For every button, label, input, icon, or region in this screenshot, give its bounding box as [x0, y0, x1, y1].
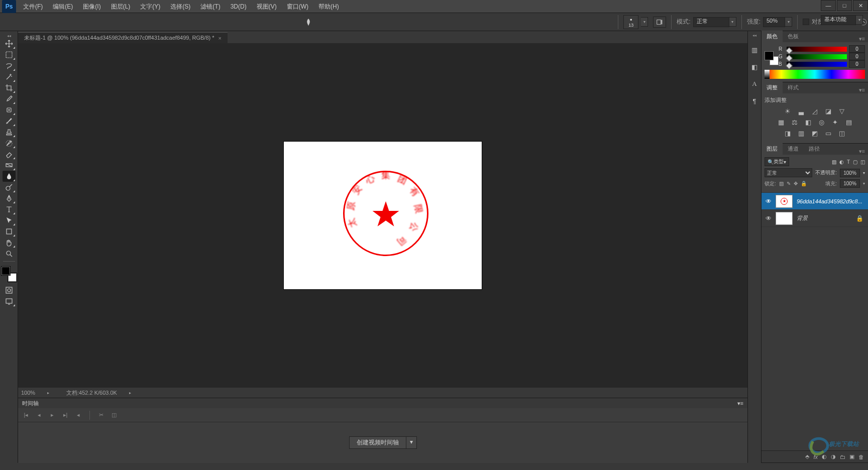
mode-select[interactable]: 正常	[693, 17, 729, 27]
filter-pixel-icon[interactable]: ▧	[832, 159, 836, 165]
properties-icon[interactable]: ◧	[749, 62, 759, 72]
marquee-tool[interactable]	[3, 49, 16, 60]
crop-tool[interactable]	[3, 82, 16, 93]
timeline-menu-icon[interactable]: ▾≡	[733, 400, 747, 407]
menu-type[interactable]: 文字(Y)	[135, 0, 165, 13]
layer-thumbnail[interactable]	[776, 212, 793, 225]
lock-paint-icon[interactable]: ✎	[787, 181, 791, 186]
menu-select[interactable]: 选择(S)	[165, 0, 195, 13]
layer-mask-icon[interactable]: ◐	[822, 453, 827, 460]
timeline-play-icon[interactable]: ▸	[48, 411, 56, 419]
heal-tool[interactable]	[3, 104, 16, 115]
zoom-tool[interactable]	[3, 248, 16, 259]
adj-mixer-icon[interactable]: ✦	[831, 118, 840, 126]
menu-help[interactable]: 帮助(H)	[313, 0, 344, 13]
window-close[interactable]: ✕	[853, 0, 868, 11]
adj-hue-icon[interactable]: ▦	[777, 118, 786, 126]
visibility-icon[interactable]: 👁	[762, 215, 776, 222]
foreground-color-swatch[interactable]	[2, 267, 10, 275]
color-tab[interactable]: 颜色	[762, 31, 783, 42]
new-layer-icon[interactable]: ▣	[849, 453, 854, 460]
swatches-tab[interactable]: 色板	[783, 31, 804, 42]
layers-tab[interactable]: 图层	[762, 143, 783, 155]
canvas[interactable]: 集 团 有 限 公 司 太 原 安 心	[284, 142, 482, 289]
b-value[interactable]: 0	[849, 60, 865, 68]
timeline-cut-icon[interactable]: ✂	[97, 411, 105, 419]
adj-exposure-icon[interactable]: ◪	[824, 107, 833, 115]
dodge-tool[interactable]	[3, 182, 16, 193]
opacity-input[interactable]: 100%	[840, 169, 860, 177]
shape-tool[interactable]	[3, 226, 16, 237]
adj-photo-icon[interactable]: ◎	[817, 118, 826, 126]
vtabs-collapse[interactable]: ◂◂	[748, 33, 761, 38]
menu-layer[interactable]: 图层(L)	[106, 0, 136, 13]
layer-fx-icon[interactable]: fx	[813, 454, 818, 460]
workspace-select[interactable]: 基本功能	[821, 15, 856, 25]
timeline-type-dropdown[interactable]: ▾	[406, 436, 417, 449]
filter-smart-icon[interactable]: ◫	[860, 159, 865, 165]
lasso-tool[interactable]	[3, 60, 16, 71]
quickmask-toggle[interactable]	[3, 285, 16, 296]
toolbox-collapse[interactable]: ◂◂	[0, 33, 18, 38]
brush-preset[interactable]: • 13 ▾	[623, 15, 648, 29]
adj-gradmap-icon[interactable]: ▭	[824, 129, 833, 137]
new-fill-icon[interactable]: ◑	[831, 453, 836, 460]
layer-name[interactable]: 96dda144ad345982d9c8...	[797, 198, 868, 204]
eraser-tool[interactable]	[3, 149, 16, 160]
g-value[interactable]: 0	[849, 53, 865, 60]
zoom-input[interactable]	[18, 390, 45, 396]
fill-input[interactable]: 100%	[840, 179, 860, 188]
wand-tool[interactable]	[3, 71, 16, 82]
adj-levels-icon[interactable]: ▃	[797, 107, 806, 115]
channels-tab[interactable]: 通道	[783, 143, 804, 155]
window-maximize[interactable]: □	[837, 0, 852, 11]
filter-adjust-icon[interactable]: ◐	[839, 159, 844, 165]
filter-type-icon[interactable]: T	[847, 159, 850, 165]
paths-tab[interactable]: 路径	[804, 143, 825, 155]
layer-row[interactable]: 👁 背景 🔒	[762, 210, 868, 227]
move-tool[interactable]	[3, 38, 16, 49]
timeline-next-icon[interactable]: ▸|	[61, 411, 69, 419]
r-slider[interactable]	[787, 47, 847, 52]
color-menu-icon[interactable]: ▾≡	[856, 36, 868, 42]
sample-all-checkbox[interactable]	[803, 19, 809, 25]
lock-trans-icon[interactable]: ▨	[779, 181, 784, 186]
adj-vibrance-icon[interactable]: ▽	[837, 107, 846, 115]
history-brush-tool[interactable]	[3, 138, 16, 149]
visibility-icon[interactable]: 👁	[762, 198, 776, 205]
color-fgbg-swatch[interactable]	[765, 51, 776, 62]
timeline-first-icon[interactable]: |◂	[22, 411, 30, 419]
lock-pos-icon[interactable]: ✥	[794, 181, 798, 186]
timeline-prev-icon[interactable]: ◂	[35, 411, 43, 419]
eyedropper-tool[interactable]	[3, 93, 16, 104]
strength-input[interactable]: 50%	[763, 17, 785, 27]
paragraph-icon[interactable]: ¶	[749, 96, 759, 106]
new-group-icon[interactable]: 🗀	[840, 454, 845, 460]
adj-balance-icon[interactable]: ⚖	[790, 118, 799, 126]
adj-selective-icon[interactable]: ◫	[837, 129, 846, 137]
screenmode-toggle[interactable]	[3, 296, 16, 307]
close-tab-icon[interactable]: ×	[219, 35, 222, 41]
menu-view[interactable]: 视图(V)	[252, 0, 282, 13]
adj-bw-icon[interactable]: ◧	[804, 118, 813, 126]
character-icon[interactable]: A	[749, 79, 759, 89]
filter-shape-icon[interactable]: ▢	[853, 159, 857, 165]
timeline-prev2-icon[interactable]: ◂	[74, 411, 82, 419]
adj-curves-icon[interactable]: ◿	[810, 107, 819, 115]
adj-brightness-icon[interactable]: ☀	[783, 107, 792, 115]
lock-all-icon[interactable]: 🔒	[801, 181, 807, 186]
adj-poster-icon[interactable]: ▥	[797, 129, 806, 137]
color-spectrum[interactable]	[765, 70, 865, 79]
create-video-timeline-button[interactable]: 创建视频时间轴	[349, 436, 406, 449]
adjustments-tab[interactable]: 调整	[762, 82, 783, 93]
path-select-tool[interactable]	[3, 215, 16, 226]
hand-tool[interactable]	[3, 237, 16, 248]
layer-thumbnail[interactable]: ★	[776, 195, 793, 208]
link-layers-icon[interactable]: ⬘	[805, 453, 809, 460]
menu-image[interactable]: 图像(I)	[78, 0, 105, 13]
color-swatches[interactable]	[2, 267, 17, 282]
pen-tool[interactable]	[3, 193, 16, 204]
type-tool[interactable]	[3, 204, 16, 215]
brush-tool[interactable]	[3, 115, 16, 127]
delete-layer-icon[interactable]: 🗑	[858, 454, 864, 460]
